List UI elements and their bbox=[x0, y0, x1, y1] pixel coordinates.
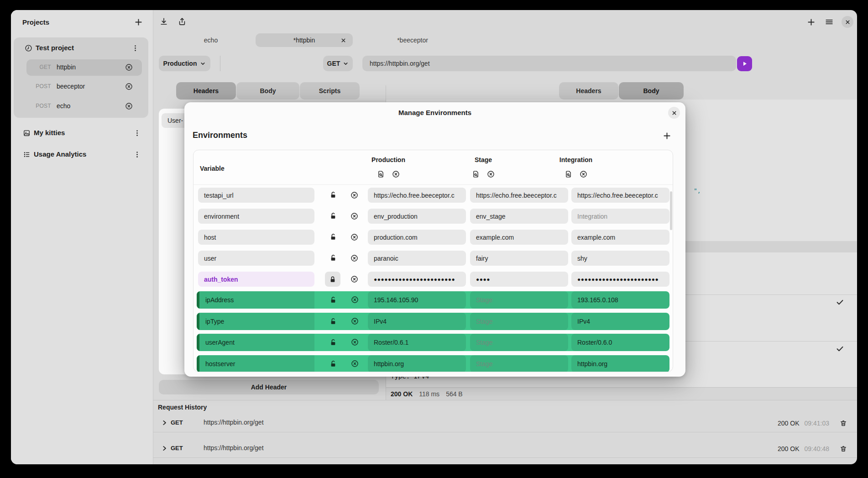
variable-value-input[interactable]: example.com bbox=[470, 230, 568, 245]
expand-history-button[interactable] bbox=[161, 445, 167, 452]
export-button[interactable] bbox=[177, 16, 187, 26]
request-tab-headers[interactable]: Headers bbox=[176, 82, 236, 100]
variable-value-input[interactable]: https://echo.free.beeceptor.c bbox=[571, 188, 669, 203]
table-scrollbar[interactable] bbox=[670, 191, 672, 230]
delete-variable-button[interactable] bbox=[351, 338, 359, 346]
request-tab-scripts[interactable]: Scripts bbox=[300, 82, 360, 100]
history-row[interactable]: GEThttps://httpbin.org/get200 OK09:41:03 bbox=[153, 414, 857, 432]
delete-history-button[interactable] bbox=[840, 420, 847, 427]
lock-variable-button[interactable] bbox=[329, 360, 337, 368]
method-selector[interactable]: GET bbox=[323, 56, 353, 71]
delete-variable-button[interactable] bbox=[351, 296, 359, 304]
add-environment-button[interactable] bbox=[662, 131, 672, 141]
variable-value-input[interactable]: Roster/0.6.0 bbox=[571, 334, 669, 351]
lock-variable-button[interactable] bbox=[329, 212, 337, 220]
check-icon[interactable] bbox=[836, 344, 844, 353]
request-item-beeceptor[interactable]: POSTbeeceptor bbox=[26, 79, 142, 95]
environment-delete-button[interactable] bbox=[580, 170, 587, 178]
variable-value-input[interactable]: IPv4 bbox=[571, 313, 669, 330]
history-row[interactable]: GEThttps://httpbin.org/get200 OK09:40:48 bbox=[153, 440, 857, 458]
project-group-header[interactable]: Test project bbox=[14, 41, 148, 56]
lock-variable-button[interactable] bbox=[329, 296, 337, 304]
window-close-button[interactable] bbox=[842, 16, 853, 28]
close-request-button[interactable] bbox=[125, 63, 133, 71]
delete-variable-button[interactable] bbox=[350, 275, 358, 283]
project-group-header[interactable]: Usage Analytics bbox=[14, 147, 148, 162]
request-item-httpbin[interactable]: GEThttpbin bbox=[26, 59, 142, 76]
expand-history-button[interactable] bbox=[161, 420, 167, 426]
variable-value-input[interactable]: env_stage bbox=[470, 209, 568, 224]
project-menu-button[interactable] bbox=[131, 44, 139, 52]
variable-value-input[interactable]: env_production bbox=[368, 209, 466, 224]
environment-inspect-button[interactable] bbox=[472, 170, 480, 178]
variable-value-input[interactable]: httpbin.org bbox=[368, 355, 466, 372]
delete-variable-button[interactable] bbox=[350, 233, 358, 241]
request-tab-body[interactable]: Body bbox=[236, 82, 299, 100]
variable-value-input[interactable]: production.com bbox=[368, 230, 466, 245]
variable-value-input[interactable]: paranoic bbox=[368, 251, 466, 266]
menu-button[interactable] bbox=[824, 17, 834, 27]
variable-value-input[interactable]: Stage bbox=[470, 313, 568, 330]
lock-variable-button[interactable] bbox=[329, 233, 337, 241]
environment-inspect-button[interactable] bbox=[377, 170, 385, 178]
variable-value-input[interactable]: Roster/0.6.1 bbox=[368, 334, 466, 351]
variable-name-input[interactable]: hostserver bbox=[199, 355, 314, 372]
variable-name-input[interactable]: environment bbox=[198, 209, 314, 224]
variable-name-input[interactable]: host bbox=[198, 230, 314, 245]
tab-beeceptor[interactable]: *beeceptor bbox=[387, 33, 438, 47]
lock-variable-button[interactable] bbox=[329, 191, 337, 199]
variable-name-input[interactable]: ipAddress bbox=[199, 291, 314, 309]
response-tab-body[interactable]: Body bbox=[619, 82, 684, 100]
environment-selector[interactable]: Production bbox=[159, 56, 210, 71]
variable-name-input[interactable]: userAgent bbox=[199, 334, 314, 351]
delete-variable-button[interactable] bbox=[350, 212, 358, 220]
delete-variable-button[interactable] bbox=[350, 254, 358, 262]
check-icon[interactable] bbox=[836, 298, 844, 306]
lock-variable-button[interactable] bbox=[329, 339, 337, 346]
variable-value-input[interactable]: ●●●● bbox=[470, 272, 568, 287]
url-input[interactable]: https://httpbin.org/get bbox=[362, 56, 736, 71]
delete-variable-button[interactable] bbox=[351, 360, 359, 368]
delete-history-button[interactable] bbox=[840, 445, 847, 452]
variable-name-input[interactable]: testapi_url bbox=[198, 188, 314, 203]
variable-value-input[interactable]: Integration bbox=[571, 209, 669, 224]
environment-delete-button[interactable] bbox=[392, 170, 400, 178]
variable-value-input[interactable]: https://echo.free.beeceptor.c bbox=[470, 188, 568, 203]
variable-name-input[interactable]: auth_token bbox=[198, 272, 314, 287]
close-tab-button[interactable] bbox=[340, 37, 346, 43]
response-tab-headers[interactable]: Headers bbox=[559, 82, 618, 100]
variable-value-input[interactable]: 195.146.105.90 bbox=[368, 291, 466, 309]
variable-value-input[interactable]: example.com bbox=[571, 230, 669, 245]
variable-value-input[interactable]: httpbin.org bbox=[571, 355, 669, 372]
delete-variable-button[interactable] bbox=[351, 317, 359, 325]
variable-value-input[interactable]: IPv4 bbox=[368, 313, 466, 330]
project-group-header[interactable]: My kitties bbox=[14, 126, 148, 141]
variable-value-input[interactable]: Stage bbox=[470, 291, 568, 309]
tab-httpbin[interactable]: *httpbin bbox=[256, 33, 353, 47]
variable-name-input[interactable]: user bbox=[198, 251, 314, 266]
lock-variable-button[interactable] bbox=[329, 318, 337, 325]
variable-value-input[interactable]: fairy bbox=[470, 251, 568, 266]
project-menu-button[interactable] bbox=[133, 129, 141, 137]
variable-value-input[interactable]: 193.165.0.108 bbox=[571, 291, 669, 309]
tab-echo[interactable]: echo bbox=[188, 33, 234, 47]
environment-inspect-button[interactable] bbox=[565, 170, 572, 178]
variable-value-input[interactable]: Stage bbox=[470, 334, 568, 351]
new-tab-button[interactable] bbox=[806, 17, 816, 27]
import-button[interactable] bbox=[159, 16, 169, 26]
variable-value-input[interactable]: ●●●●●●●●●●●●●●●●●●●●●●● bbox=[368, 272, 466, 287]
add-header-button[interactable]: Add Header bbox=[159, 380, 379, 394]
variable-value-input[interactable]: https://echo.free.beeceptor.c bbox=[368, 188, 466, 203]
request-item-echo[interactable]: POSTecho bbox=[26, 98, 142, 115]
close-request-button[interactable] bbox=[125, 102, 133, 110]
lock-variable-button[interactable] bbox=[329, 254, 337, 262]
close-request-button[interactable] bbox=[125, 83, 133, 90]
add-project-button[interactable] bbox=[133, 17, 143, 27]
modal-close-button[interactable] bbox=[668, 107, 680, 119]
variable-value-input[interactable]: Stage bbox=[470, 355, 568, 372]
variable-name-input[interactable]: ipType bbox=[199, 313, 314, 330]
lock-variable-button[interactable] bbox=[325, 272, 340, 287]
project-menu-button[interactable] bbox=[133, 151, 141, 158]
delete-variable-button[interactable] bbox=[350, 191, 358, 199]
environment-delete-button[interactable] bbox=[487, 170, 495, 178]
